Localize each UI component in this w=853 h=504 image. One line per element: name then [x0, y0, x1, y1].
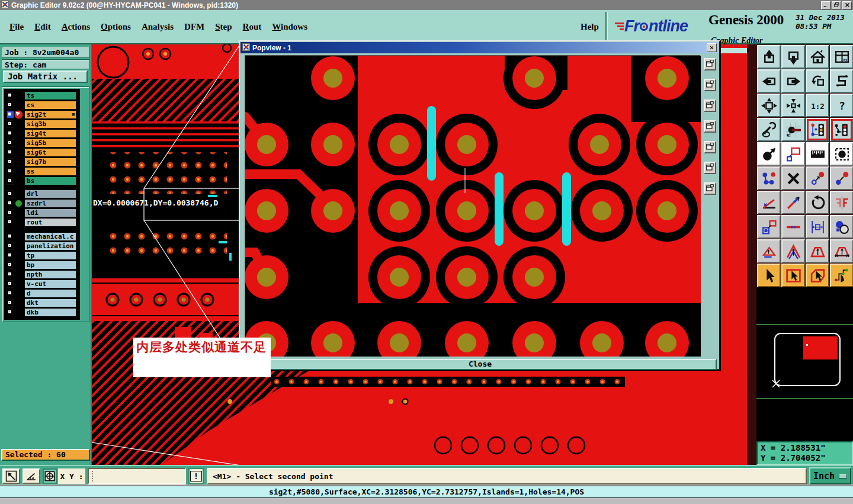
resize-button[interactable] [806, 166, 829, 190]
layer-visibility-checkbox[interactable] [7, 158, 14, 166]
popview-close-bar-button[interactable]: Close [243, 359, 717, 370]
popview-tool-button-5[interactable] [704, 141, 716, 153]
move-feature-button[interactable] [757, 142, 781, 166]
touchup-button[interactable] [830, 215, 853, 239]
layer-visibility-checkbox[interactable] [7, 261, 14, 269]
home-view-button[interactable] [806, 45, 829, 69]
query-button[interactable]: ? [830, 94, 853, 117]
layer-name-sig2t[interactable]: ⊞sig2t [24, 110, 76, 119]
menu-item-options[interactable]: Options [101, 22, 131, 32]
polyline-button[interactable] [757, 166, 781, 190]
datum-lights-blue-button[interactable] [806, 118, 829, 142]
popview-tool-button-6[interactable] [704, 162, 716, 174]
layer-name-v-cut[interactable]: v-cut [24, 280, 76, 288]
layer-name-dkt[interactable]: dkt [24, 298, 76, 307]
layer-name-sig5b[interactable]: sig5b [24, 139, 76, 147]
layer-name-drl[interactable]: drl [24, 190, 76, 198]
menu-item-file[interactable]: File [9, 22, 24, 32]
pan-right-button[interactable] [781, 69, 805, 93]
layer-visibility-checkbox[interactable] [7, 233, 14, 240]
layer-visibility-checkbox[interactable] [7, 252, 14, 259]
serpentine-view-button[interactable] [830, 69, 853, 93]
copy-pad-button[interactable] [757, 215, 781, 239]
window-xy-button[interactable]: xy [830, 45, 853, 69]
layer-visibility-checkbox[interactable] [7, 111, 14, 118]
popview-tool-button-4[interactable] [704, 120, 716, 133]
select-polygon-button[interactable] [806, 264, 829, 287]
popview-canvas[interactable] [245, 55, 700, 356]
layer-name-sig3b[interactable]: sig3b [24, 120, 76, 129]
setup-tools-button[interactable] [757, 118, 781, 142]
layer-visibility-checkbox[interactable] [7, 149, 14, 156]
close-button[interactable] [842, 1, 852, 9]
rotate-button[interactable] [806, 191, 829, 214]
scale-1-2-button[interactable]: 1:2 [806, 94, 829, 117]
layer-name-d[interactable]: d [24, 289, 76, 298]
menu-item-analysis[interactable]: Analysis [142, 22, 174, 32]
datum-lights-red-button[interactable] [830, 118, 853, 142]
move-point-button[interactable] [830, 166, 853, 190]
mirror-button[interactable] [830, 191, 853, 214]
break-line-button[interactable] [781, 215, 805, 239]
previous-view-button[interactable] [806, 69, 829, 93]
units-dropdown[interactable]: Inch [809, 467, 851, 484]
popview-tool-button-3[interactable] [704, 99, 716, 112]
layer-visibility-checkbox[interactable] [7, 309, 14, 316]
zoom-in-view-button[interactable] [757, 45, 781, 69]
menu-item-dfm[interactable]: DFM [184, 22, 204, 32]
layer-name-cs[interactable]: cs [24, 101, 76, 110]
layer-name-npth[interactable]: npth [24, 270, 76, 279]
layer-visibility-checkbox[interactable] [7, 168, 14, 175]
layer-visibility-checkbox[interactable] [7, 242, 14, 250]
surface-mode-2-button[interactable] [781, 239, 805, 263]
measure-point-button[interactable] [781, 118, 805, 142]
popview-tool-button-2[interactable] [704, 79, 716, 91]
layer-visibility-checkbox[interactable] [7, 101, 14, 109]
layer-name-sig6t[interactable]: sig6t [24, 148, 76, 157]
layer-name-ldi[interactable]: ldi [24, 208, 76, 217]
pan-left-button[interactable] [757, 69, 781, 93]
popview-tool-button-1[interactable] [704, 58, 716, 70]
slant-line-button[interactable] [781, 191, 805, 214]
zoom-window-button[interactable] [2, 468, 20, 484]
menu-item-rout[interactable]: Rout [243, 22, 262, 32]
popview-tool-button-7[interactable] [704, 182, 716, 195]
layer-name-tp[interactable]: tp [24, 251, 76, 260]
layer-name-ts[interactable]: ts [24, 91, 76, 100]
layer-visibility-checkbox[interactable] [7, 200, 14, 207]
layer-name-panelization[interactable]: panelization [24, 242, 76, 251]
quadrant-view-button[interactable] [43, 468, 57, 484]
select-feature-button[interactable] [830, 142, 853, 166]
layer-visibility-checkbox[interactable] [7, 299, 14, 307]
layer-name-mechanical.c[interactable]: mechanical.c [24, 232, 76, 241]
layer-name-bs[interactable]: bs [24, 176, 76, 185]
job-matrix-button[interactable]: Job Matrix ... [3, 70, 88, 83]
restore-button[interactable] [832, 1, 841, 9]
layer-name-szdrl[interactable]: szdrl [24, 199, 76, 208]
copy-feature-button[interactable] [781, 142, 805, 166]
measure-gap-button[interactable] [806, 215, 829, 239]
layer-name-rout[interactable]: rout [24, 218, 76, 227]
popview-title-bar[interactable]: Popview - 1 [240, 42, 719, 53]
layer-visibility-checkbox[interactable] [7, 130, 14, 137]
fit-view-button[interactable] [757, 94, 781, 117]
popview-close-button[interactable] [707, 43, 717, 52]
layer-name-dkb[interactable]: dkb [24, 308, 76, 317]
xy-input[interactable] [88, 468, 186, 484]
menu-item-actions[interactable]: Actions [62, 22, 90, 32]
layer-visibility-checkbox[interactable] [7, 209, 14, 217]
menu-item-windows[interactable]: Windows [272, 22, 307, 32]
layer-visibility-checkbox[interactable] [7, 219, 14, 226]
layer-visibility-checkbox[interactable] [7, 271, 14, 278]
delete-button[interactable] [781, 166, 805, 190]
layer-visibility-checkbox[interactable] [7, 190, 14, 198]
surface-mode-1-button[interactable] [757, 239, 781, 263]
select-pointer-button[interactable] [757, 264, 781, 287]
layer-name-bp[interactable]: bp [24, 261, 76, 269]
layer-visibility-checkbox[interactable] [7, 92, 14, 99]
overview-pane[interactable] [756, 287, 853, 441]
surface-mode-3-button[interactable] [806, 239, 829, 263]
select-frame-button[interactable] [781, 264, 805, 287]
surface-mode-4-button[interactable] [830, 239, 853, 263]
menu-item-edit[interactable]: Edit [34, 22, 51, 32]
